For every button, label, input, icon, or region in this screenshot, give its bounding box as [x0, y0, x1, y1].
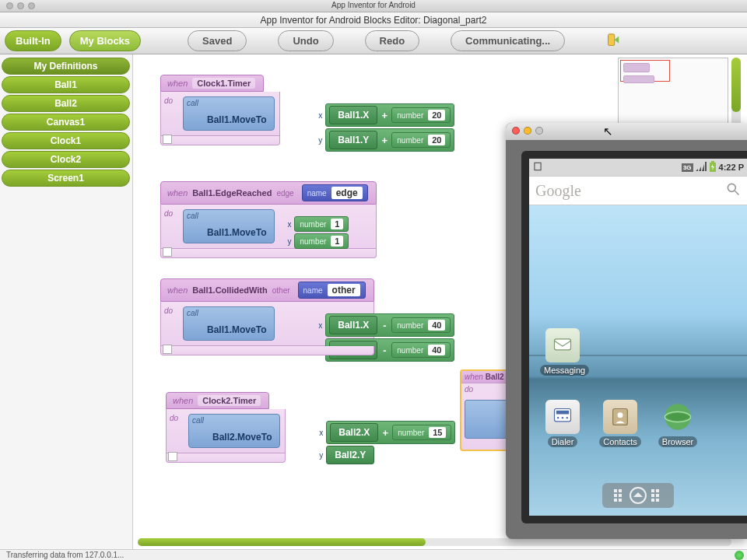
sidebar-item-clock1[interactable]: Clock1: [2, 132, 130, 149]
window-subtitle: App Inventor for Android Blocks Editor: …: [0, 12, 747, 28]
block-clock2-timer[interactable]: when Clock2.Timer do call Ball2.MoveTo x…: [166, 392, 286, 463]
arg-y-label: y: [282, 237, 291, 246]
signal-icon: [696, 162, 707, 173]
when-header[interactable]: when Ball1.CollidedWith other nameother: [160, 278, 374, 302]
emu-minimize-icon[interactable]: [524, 127, 531, 135]
app-dialer[interactable]: Dialer: [540, 400, 585, 447]
search-placeholder: Google: [535, 182, 581, 200]
collapse-toggle[interactable]: [163, 135, 172, 144]
sidebar-item-ball2[interactable]: Ball2: [2, 95, 130, 112]
redo-button[interactable]: Redo: [365, 30, 420, 51]
sidebar-item-screen1[interactable]: Screen1: [2, 170, 130, 187]
network-3g-icon: 3G: [682, 163, 693, 172]
app-label: Browser: [658, 436, 697, 447]
number-value: 40: [428, 320, 445, 331]
minimap[interactable]: [618, 58, 728, 128]
number-block[interactable]: number1: [294, 233, 349, 249]
number-label: number: [397, 136, 423, 145]
when-keyword: when: [167, 285, 188, 295]
arg-y-label: y: [313, 136, 322, 145]
emulator-titlebar[interactable]: [506, 123, 747, 140]
when-body: do call Ball1.MoveTo x number1 y number1: [160, 205, 377, 249]
close-dot[interactable]: [6, 2, 13, 9]
phone-connect-icon[interactable]: [604, 33, 621, 50]
number-block[interactable]: number40: [391, 342, 451, 358]
prop-ball2-x[interactable]: Ball2.X: [330, 423, 378, 442]
arg-x-label: x: [313, 111, 322, 120]
call-block[interactable]: call Ball1.MoveTo x number1 y number1: [183, 209, 275, 243]
tab-my-blocks[interactable]: My Blocks: [69, 30, 141, 51]
number-block[interactable]: number20: [391, 132, 451, 148]
block-ball1-collidedwith[interactable]: when Ball1.CollidedWith other nameother …: [160, 278, 374, 355]
call-block[interactable]: call Ball1.MoveTo x Ball1.X + number20: [183, 96, 275, 131]
sidebar-item-canvas1[interactable]: Canvas1: [2, 114, 130, 131]
block-clock1-timer[interactable]: when Clock1.Timer do call Ball1.MoveTo x…: [160, 75, 280, 145]
vertical-scroll-thumb[interactable]: [731, 58, 741, 112]
emulator-screen[interactable]: 3G 4:22 P Google Messaging: [529, 159, 747, 516]
op-symbol: -: [381, 320, 388, 331]
app-contacts[interactable]: Contacts: [598, 400, 643, 447]
prop-ball1-x[interactable]: Ball1.X: [329, 106, 377, 124]
when-header[interactable]: when Clock2.Timer: [166, 392, 269, 409]
emu-close-icon[interactable]: [512, 127, 520, 135]
name-arg-other[interactable]: nameother: [298, 282, 366, 299]
op-plus[interactable]: Ball2.X + number15: [326, 421, 455, 444]
collapse-toggle[interactable]: [163, 345, 172, 354]
app-browser[interactable]: Browser: [655, 400, 700, 447]
prop-ball2-y[interactable]: Ball2.Y: [326, 446, 374, 464]
when-header[interactable]: when Clock1.Timer: [160, 75, 264, 92]
sidebar-item-clock2[interactable]: Clock2: [2, 151, 130, 168]
app-drawer-button[interactable]: [602, 483, 674, 508]
when-keyword: when: [167, 79, 188, 88]
method-name: Ball2.MoveTo: [209, 427, 275, 444]
emulator-window[interactable]: 3G 4:22 P Google Messaging: [506, 123, 747, 539]
call-block[interactable]: call Ball2.MoveTo x Ball2.X + number15: [188, 414, 280, 448]
number-block[interactable]: number40: [391, 317, 451, 333]
minimize-dot[interactable]: [17, 2, 24, 9]
sidebar-item-mydefinitions[interactable]: My Definitions: [2, 58, 130, 75]
name-arg-edge[interactable]: nameedge: [302, 184, 368, 201]
call-block[interactable]: call Ball1.MoveTo x Ball1.X - number40: [183, 306, 275, 341]
android-wallpaper[interactable]: Messaging Dialer Contacts: [529, 205, 747, 516]
prop-ball1-y[interactable]: Ball1.Y: [329, 131, 377, 149]
horizontal-scroll-thumb[interactable]: [138, 538, 426, 546]
collapse-toggle[interactable]: [163, 247, 172, 257]
tab-built-in[interactable]: Built-In: [5, 30, 61, 51]
google-search-bar[interactable]: Google: [529, 176, 747, 205]
svg-rect-3: [711, 161, 714, 163]
app-label: Messaging: [540, 365, 589, 376]
arg-y-label: y: [314, 451, 323, 460]
number-block[interactable]: number15: [392, 425, 451, 440]
usb-icon: [532, 161, 543, 173]
block-ball1-edgereached[interactable]: when Ball1.EdgeReached edge nameedge do …: [160, 181, 377, 258]
op-symbol: -: [381, 345, 388, 356]
when-header[interactable]: when Ball1.EdgeReached edge nameedge: [160, 181, 377, 205]
emulator-window-controls[interactable]: [512, 127, 543, 135]
search-icon[interactable]: [725, 181, 741, 200]
status-bar: Transferring data from 127.0.0.1...: [0, 549, 747, 560]
sidebar-item-ball1[interactable]: Ball1: [2, 76, 130, 93]
number-block[interactable]: number1: [294, 216, 349, 232]
zoom-dot[interactable]: [28, 2, 35, 9]
when-footer: [160, 249, 377, 258]
do-label: do: [164, 209, 173, 218]
svg-point-13: [618, 412, 623, 418]
battery-icon: [709, 161, 717, 173]
collapse-toggle[interactable]: [168, 452, 177, 461]
horizontal-scrollbar[interactable]: [138, 538, 731, 546]
op-plus[interactable]: Ball1.X + number20: [325, 103, 454, 127]
mac-window-controls[interactable]: [6, 2, 35, 9]
prop-ball1-x[interactable]: Ball1.X: [329, 316, 377, 334]
op-minus[interactable]: Ball1.X - number40: [325, 313, 454, 337]
op-plus[interactable]: Ball1.Y + number20: [325, 128, 454, 152]
app-label: Dialer: [548, 436, 578, 447]
saved-button[interactable]: Saved: [188, 30, 247, 51]
emu-zoom-icon[interactable]: [535, 127, 543, 135]
undo-button[interactable]: Undo: [278, 30, 333, 51]
app-messaging[interactable]: Messaging: [540, 328, 585, 376]
method-name: Ball1.MoveTo: [204, 222, 269, 240]
mac-titlebar: App Inventor for Android: [0, 0, 747, 12]
number-label: number: [300, 237, 326, 246]
number-block[interactable]: number20: [391, 107, 451, 123]
when-footer: [166, 453, 286, 463]
